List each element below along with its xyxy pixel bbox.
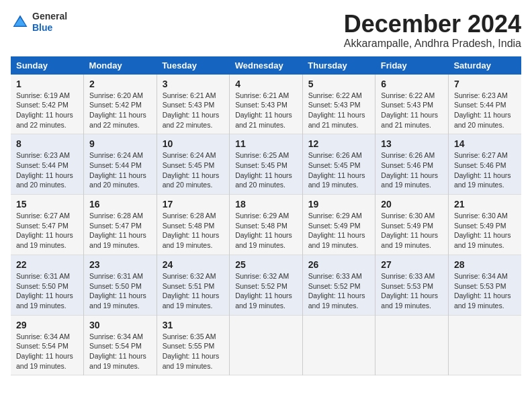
day-info: Sunrise: 6:21 AMSunset: 5:43 PMDaylight:… <box>163 91 224 130</box>
day-header-friday: Friday <box>375 56 449 75</box>
location-title: Akkarampalle, Andhra Pradesh, India <box>344 38 521 50</box>
calendar-cell <box>375 315 449 375</box>
calendar-cell: 10 Sunrise: 6:24 AMSunset: 5:45 PMDaylig… <box>157 134 230 195</box>
day-number: 19 <box>308 199 370 210</box>
day-header-saturday: Saturday <box>448 56 521 75</box>
calendar-cell: 26 Sunrise: 6:33 AMSunset: 5:52 PMDaylig… <box>302 255 375 315</box>
calendar-week-row: 22 Sunrise: 6:31 AMSunset: 5:50 PMDaylig… <box>11 255 521 315</box>
calendar-cell: 21 Sunrise: 6:30 AMSunset: 5:49 PMDaylig… <box>448 195 521 255</box>
day-info: Sunrise: 6:29 AMSunset: 5:49 PMDaylight:… <box>308 211 370 250</box>
day-number: 1 <box>16 79 78 89</box>
calendar-cell: 9 Sunrise: 6:24 AMSunset: 5:44 PMDayligh… <box>84 134 157 195</box>
calendar-cell: 15 Sunrise: 6:27 AMSunset: 5:47 PMDaylig… <box>11 195 84 255</box>
day-number: 29 <box>16 320 78 330</box>
calendar-cell: 17 Sunrise: 6:28 AMSunset: 5:48 PMDaylig… <box>157 195 230 255</box>
day-number: 28 <box>454 259 516 270</box>
title-section: December 2024 Akkarampalle, Andhra Prade… <box>344 11 521 50</box>
day-number: 4 <box>235 79 297 89</box>
day-info: Sunrise: 6:27 AMSunset: 5:46 PMDaylight:… <box>454 150 516 190</box>
day-number: 30 <box>89 320 151 330</box>
calendar-cell: 19 Sunrise: 6:29 AMSunset: 5:49 PMDaylig… <box>302 195 375 255</box>
day-number: 10 <box>163 138 224 149</box>
day-number: 5 <box>308 79 370 89</box>
day-number: 24 <box>163 259 224 270</box>
day-info: Sunrise: 6:22 AMSunset: 5:43 PMDaylight:… <box>381 91 443 130</box>
calendar-table: SundayMondayTuesdayWednesdayThursdayFrid… <box>11 56 521 376</box>
day-number: 3 <box>163 79 224 89</box>
month-title: December 2024 <box>344 11 521 38</box>
calendar-cell <box>448 315 521 375</box>
day-info: Sunrise: 6:30 AMSunset: 5:49 PMDaylight:… <box>381 211 443 250</box>
day-info: Sunrise: 6:19 AMSunset: 5:42 PMDaylight:… <box>16 91 78 130</box>
day-header-sunday: Sunday <box>11 56 84 75</box>
calendar-cell: 22 Sunrise: 6:31 AMSunset: 5:50 PMDaylig… <box>11 255 84 315</box>
calendar-cell: 6 Sunrise: 6:22 AMSunset: 5:43 PMDayligh… <box>375 75 449 134</box>
day-number: 6 <box>381 79 443 89</box>
day-info: Sunrise: 6:31 AMSunset: 5:50 PMDaylight:… <box>16 271 78 311</box>
calendar-cell: 25 Sunrise: 6:32 AMSunset: 5:52 PMDaylig… <box>230 255 303 315</box>
calendar-cell: 3 Sunrise: 6:21 AMSunset: 5:43 PMDayligh… <box>157 75 230 134</box>
day-header-tuesday: Tuesday <box>157 56 230 75</box>
header: General Blue December 2024 Akkarampalle,… <box>11 11 521 50</box>
day-info: Sunrise: 6:22 AMSunset: 5:43 PMDaylight:… <box>308 91 370 130</box>
day-info: Sunrise: 6:23 AMSunset: 5:44 PMDaylight:… <box>454 91 516 130</box>
day-number: 8 <box>16 138 78 149</box>
calendar-cell: 29 Sunrise: 6:34 AMSunset: 5:54 PMDaylig… <box>11 315 84 375</box>
day-info: Sunrise: 6:34 AMSunset: 5:54 PMDaylight:… <box>89 332 151 371</box>
day-info: Sunrise: 6:24 AMSunset: 5:44 PMDaylight:… <box>89 150 151 190</box>
day-info: Sunrise: 6:31 AMSunset: 5:50 PMDaylight:… <box>89 271 151 311</box>
calendar-cell: 18 Sunrise: 6:29 AMSunset: 5:48 PMDaylig… <box>230 195 303 255</box>
day-number: 27 <box>381 259 443 270</box>
calendar-week-row: 8 Sunrise: 6:23 AMSunset: 5:44 PMDayligh… <box>11 134 521 195</box>
day-info: Sunrise: 6:30 AMSunset: 5:49 PMDaylight:… <box>454 211 516 250</box>
calendar-cell: 1 Sunrise: 6:19 AMSunset: 5:42 PMDayligh… <box>11 75 84 134</box>
day-info: Sunrise: 6:27 AMSunset: 5:47 PMDaylight:… <box>16 211 78 250</box>
calendar-cell: 4 Sunrise: 6:21 AMSunset: 5:43 PMDayligh… <box>230 75 303 134</box>
calendar-cell: 30 Sunrise: 6:34 AMSunset: 5:54 PMDaylig… <box>84 315 157 375</box>
day-number: 14 <box>454 138 516 149</box>
calendar-week-row: 29 Sunrise: 6:34 AMSunset: 5:54 PMDaylig… <box>11 315 521 375</box>
day-info: Sunrise: 6:21 AMSunset: 5:43 PMDaylight:… <box>235 91 297 130</box>
day-info: Sunrise: 6:33 AMSunset: 5:52 PMDaylight:… <box>308 271 370 311</box>
calendar-cell: 13 Sunrise: 6:26 AMSunset: 5:46 PMDaylig… <box>375 134 449 195</box>
day-number: 20 <box>381 199 443 210</box>
calendar-header-row: SundayMondayTuesdayWednesdayThursdayFrid… <box>11 56 521 75</box>
day-info: Sunrise: 6:28 AMSunset: 5:48 PMDaylight:… <box>163 211 224 250</box>
day-info: Sunrise: 6:28 AMSunset: 5:47 PMDaylight:… <box>89 211 151 250</box>
day-info: Sunrise: 6:29 AMSunset: 5:48 PMDaylight:… <box>235 211 297 250</box>
day-info: Sunrise: 6:32 AMSunset: 5:52 PMDaylight:… <box>235 271 297 311</box>
calendar-week-row: 1 Sunrise: 6:19 AMSunset: 5:42 PMDayligh… <box>11 75 521 134</box>
calendar-cell: 7 Sunrise: 6:23 AMSunset: 5:44 PMDayligh… <box>448 75 521 134</box>
calendar-week-row: 15 Sunrise: 6:27 AMSunset: 5:47 PMDaylig… <box>11 195 521 255</box>
day-number: 9 <box>89 138 151 149</box>
day-number: 26 <box>308 259 370 270</box>
day-info: Sunrise: 6:23 AMSunset: 5:44 PMDaylight:… <box>16 150 78 190</box>
day-number: 23 <box>89 259 151 270</box>
day-number: 15 <box>16 199 78 210</box>
calendar-cell: 20 Sunrise: 6:30 AMSunset: 5:49 PMDaylig… <box>375 195 449 255</box>
day-info: Sunrise: 6:20 AMSunset: 5:42 PMDaylight:… <box>89 91 151 130</box>
calendar-cell: 11 Sunrise: 6:25 AMSunset: 5:45 PMDaylig… <box>230 134 303 195</box>
day-number: 17 <box>163 199 224 210</box>
calendar-cell: 28 Sunrise: 6:34 AMSunset: 5:53 PMDaylig… <box>448 255 521 315</box>
calendar-cell: 24 Sunrise: 6:32 AMSunset: 5:51 PMDaylig… <box>157 255 230 315</box>
calendar-cell: 14 Sunrise: 6:27 AMSunset: 5:46 PMDaylig… <box>448 134 521 195</box>
day-header-monday: Monday <box>84 56 157 75</box>
day-info: Sunrise: 6:26 AMSunset: 5:46 PMDaylight:… <box>381 150 443 190</box>
calendar-cell: 12 Sunrise: 6:26 AMSunset: 5:45 PMDaylig… <box>302 134 375 195</box>
day-info: Sunrise: 6:35 AMSunset: 5:55 PMDaylight:… <box>163 332 224 371</box>
calendar-cell: 5 Sunrise: 6:22 AMSunset: 5:43 PMDayligh… <box>302 75 375 134</box>
calendar-cell: 16 Sunrise: 6:28 AMSunset: 5:47 PMDaylig… <box>84 195 157 255</box>
calendar-cell: 2 Sunrise: 6:20 AMSunset: 5:42 PMDayligh… <box>84 75 157 134</box>
day-number: 2 <box>89 79 151 89</box>
day-number: 16 <box>89 199 151 210</box>
day-info: Sunrise: 6:26 AMSunset: 5:45 PMDaylight:… <box>308 150 370 190</box>
day-info: Sunrise: 6:32 AMSunset: 5:51 PMDaylight:… <box>163 271 224 311</box>
day-number: 7 <box>454 79 516 89</box>
day-info: Sunrise: 6:33 AMSunset: 5:53 PMDaylight:… <box>381 271 443 311</box>
day-number: 11 <box>235 138 297 149</box>
calendar-cell: 31 Sunrise: 6:35 AMSunset: 5:55 PMDaylig… <box>157 315 230 375</box>
day-info: Sunrise: 6:25 AMSunset: 5:45 PMDaylight:… <box>235 150 297 190</box>
day-info: Sunrise: 6:34 AMSunset: 5:54 PMDaylight:… <box>16 332 78 371</box>
calendar-cell: 23 Sunrise: 6:31 AMSunset: 5:50 PMDaylig… <box>84 255 157 315</box>
